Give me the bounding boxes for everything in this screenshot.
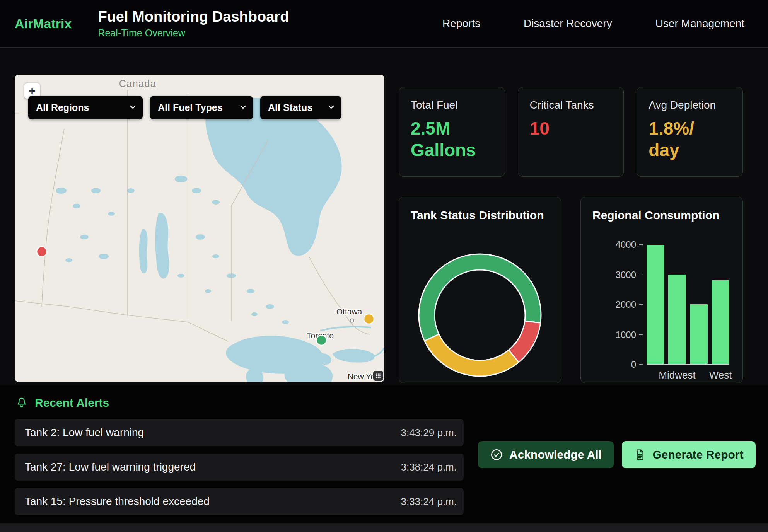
map-attribution-icon[interactable] (373, 371, 383, 381)
donut-segment-yellow (425, 334, 519, 376)
main-nav: Reports Disaster Recovery User Managemen… (442, 17, 768, 30)
tank-marker-warning[interactable] (364, 314, 374, 324)
x-tick-label (690, 369, 708, 381)
alert-message: Tank 27: Low fuel warning triggered (25, 461, 196, 473)
title-block: Fuel Monitoring Dashboard Real-Time Over… (98, 9, 289, 39)
stat-value-critical-tanks: 10 (530, 118, 597, 139)
x-tick-label: West (712, 369, 729, 381)
stat-value-total-fuel: 2.5M Gallons (411, 118, 478, 161)
alert-row[interactable]: Tank 15: Pressure threshold exceeded 3:3… (15, 488, 464, 515)
tank-marker-critical[interactable] (37, 247, 47, 257)
stat-label: Total Fuel (411, 99, 493, 111)
chevron-down-icon (130, 103, 136, 109)
bar-3 (712, 280, 729, 364)
y-tick-label: 3000 (616, 269, 643, 280)
chevron-down-icon (240, 103, 246, 109)
map-label-canada: Canada (119, 78, 157, 89)
bar-1 (668, 275, 686, 364)
alert-message: Tank 15: Pressure threshold exceeded (25, 495, 210, 508)
bar-chart-x-axis: MidwestWest (647, 369, 729, 381)
hudson-bay (205, 98, 341, 256)
stat-value-avg-depletion: 1.8%/day (649, 118, 716, 161)
map-label-ottawa: Ottawa (336, 307, 362, 316)
map-panel[interactable]: Canada Ottawa Toronto New York + All Reg… (15, 75, 384, 382)
stat-card-critical-tanks: Critical Tanks 10 (518, 87, 624, 177)
nav-item-reports[interactable]: Reports (442, 17, 480, 30)
chevron-down-icon (328, 103, 335, 109)
alert-actions: Acknowledge All Generate Report (478, 441, 756, 468)
regional-consumption-card: Regional Consumption 01000200030004000 M… (580, 197, 743, 383)
alert-message: Tank 2: Low fuel warning (25, 426, 144, 439)
footer-strip (0, 523, 768, 532)
tank-status-card: Tank Status Distribution (399, 197, 561, 383)
y-tick-label: 1000 (616, 329, 643, 340)
map-filters: All Regions All Fuel Types All Status (28, 96, 341, 119)
nav-item-disaster-recovery[interactable]: Disaster Recovery (524, 17, 612, 30)
generate-report-label: Generate Report (652, 448, 743, 461)
bar-chart-y-axis: 01000200030004000 (604, 245, 643, 365)
stat-label: Avg Depletion (649, 99, 731, 111)
bar-0 (647, 245, 664, 364)
recent-alerts-heading: Recent Alerts (15, 396, 109, 409)
x-tick-label: Midwest (668, 369, 686, 381)
tank-marker-normal[interactable] (316, 335, 326, 345)
lake-ontario (333, 349, 375, 363)
page-title: Fuel Monitoring Dashboard (98, 9, 289, 25)
document-icon (634, 448, 646, 461)
region-filter-dropdown[interactable]: All Regions (28, 96, 143, 119)
y-tick-label: 0 (631, 359, 643, 370)
recent-alerts-title: Recent Alerts (35, 396, 109, 409)
y-tick-label: 2000 (616, 299, 643, 310)
alert-time: 3:33:24 p.m. (401, 496, 457, 508)
status-filter-dropdown[interactable]: All Status (260, 96, 341, 119)
fuel-type-filter-dropdown[interactable]: All Fuel Types (150, 96, 253, 119)
stat-card-total-fuel: Total Fuel 2.5M Gallons (399, 87, 505, 177)
tank-status-donut-chart (416, 251, 544, 379)
header: AirMatrix Fuel Monitoring Dashboard Real… (0, 0, 768, 48)
grip-dots-icon (375, 373, 381, 379)
status-filter-label: All Status (268, 102, 312, 113)
acknowledge-all-label: Acknowledge All (509, 448, 602, 461)
right-column: Total Fuel 2.5M Gallons Critical Tanks 1… (399, 75, 743, 384)
airmatrix-logo: AirMatrix (15, 16, 72, 31)
page-subtitle: Real-Time Overview (98, 27, 289, 39)
alert-time: 3:38:24 p.m. (401, 461, 457, 473)
regional-consumption-title: Regional Consumption (592, 209, 731, 222)
nav-item-user-management[interactable]: User Management (655, 17, 744, 30)
fuel-type-filter-label: All Fuel Types (158, 102, 223, 113)
stat-label: Critical Tanks (530, 99, 612, 111)
check-circle-icon (490, 448, 503, 461)
bar-2 (690, 304, 708, 364)
tank-status-title: Tank Status Distribution (411, 209, 549, 222)
regional-consumption-bar-chart: 01000200030004000 MidwestWest (647, 245, 729, 365)
alert-row[interactable]: Tank 27: Low fuel warning triggered 3:38… (15, 454, 464, 481)
ottawa-town-dot (350, 319, 354, 322)
region-filter-label: All Regions (36, 102, 89, 113)
generate-report-button[interactable]: Generate Report (622, 441, 756, 468)
alert-row[interactable]: Tank 2: Low fuel warning 3:43:29 p.m. (15, 419, 464, 446)
bell-icon (15, 397, 28, 409)
alert-time: 3:43:29 p.m. (401, 427, 457, 439)
stat-card-avg-depletion: Avg Depletion 1.8%/day (637, 87, 743, 177)
acknowledge-all-button[interactable]: Acknowledge All (478, 441, 614, 468)
donut-segment-green (419, 254, 541, 341)
map-svg[interactable]: Canada Ottawa Toronto New York (15, 75, 384, 382)
bar-chart-plot (647, 245, 729, 365)
stats-row: Total Fuel 2.5M Gallons Critical Tanks 1… (399, 87, 743, 177)
y-tick-label: 4000 (616, 239, 643, 250)
alert-list: Tank 2: Low fuel warning 3:43:29 p.m. Ta… (15, 419, 464, 522)
charts-row: Tank Status Distribution Regional Consum… (399, 197, 743, 383)
recent-alerts-section: Recent Alerts Tank 2: Low fuel warning 3… (0, 385, 768, 523)
